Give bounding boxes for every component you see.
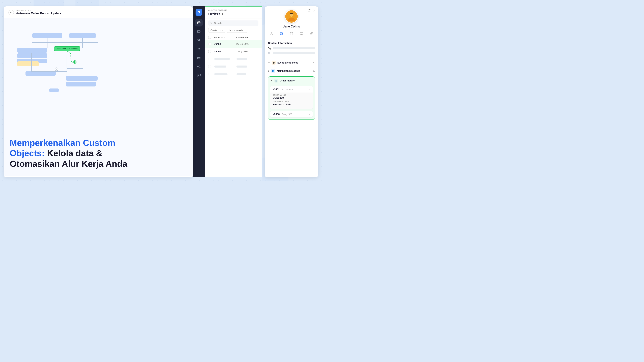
- svg-point-6: [200, 67, 200, 68]
- back-button[interactable]: ←: [8, 10, 14, 15]
- order-3452-chevron[interactable]: ∧: [308, 88, 310, 91]
- back-arrow-icon: ←: [10, 11, 12, 14]
- hero-line1: Memperkenalkan Custom: [10, 138, 127, 148]
- phone-icon: 📞: [268, 46, 271, 50]
- order-3000-chevron[interactable]: ∨: [308, 113, 310, 115]
- broadcast-icon: [197, 73, 201, 77]
- checkbox-header[interactable]: [208, 36, 214, 39]
- panel-header: CUSTOM OBJECTS Orders ▾: [205, 6, 262, 18]
- search-input[interactable]: [214, 22, 256, 24]
- hline-lower: [31, 71, 66, 72]
- sidebar-item-broadcast[interactable]: [195, 71, 202, 79]
- tab-database[interactable]: [278, 31, 284, 37]
- flow-builder-title: Automate Order Record Update: [16, 12, 62, 15]
- membership-title: Membership records: [277, 69, 311, 72]
- hline-lower2: [66, 68, 83, 69]
- svg-point-5: [200, 65, 200, 66]
- sidebar-item-campaigns[interactable]: [195, 54, 202, 61]
- row-checkbox-2[interactable]: [208, 50, 214, 53]
- trigger-label: New Order ID is created: [57, 48, 78, 50]
- flow-node-6: [26, 71, 56, 76]
- filter-created-on[interactable]: Created on ▾: [208, 28, 226, 33]
- search-bar[interactable]: [208, 20, 258, 26]
- search-icon: [210, 22, 213, 24]
- svg-point-13: [271, 32, 272, 34]
- order-history-icon: 🛒: [274, 79, 278, 83]
- close-icon[interactable]: [312, 9, 316, 12]
- filter-chevron: ▾: [222, 29, 223, 31]
- email-skeleton: [273, 52, 315, 54]
- flow-node-8: [66, 82, 96, 86]
- sidebar-item-integrations[interactable]: [195, 63, 202, 70]
- external-link-icon[interactable]: [308, 9, 310, 12]
- screen-icon: [300, 32, 303, 35]
- flow-builder-panel: ← FLOW BUILDER Automate Order Record Upd…: [4, 6, 193, 177]
- green-connection-dot: [74, 61, 76, 63]
- sort-icon-order-id[interactable]: ⇅: [224, 36, 225, 38]
- filter-row: Created on ▾ Last updated o...: [205, 28, 262, 35]
- orders-title: Orders ▾: [208, 12, 258, 16]
- flow-node-4: [17, 53, 47, 58]
- order-3452-header[interactable]: #3452 20 Oct 2023 ∧: [270, 86, 312, 92]
- main-container: ← FLOW BUILDER Automate Order Record Upd…: [4, 6, 318, 177]
- tab-screen[interactable]: [298, 31, 304, 37]
- shipping-status-value: Enroute to hub: [273, 103, 310, 106]
- order-3000-date: 7 Aug 2023: [282, 113, 292, 115]
- flow-header: ← FLOW BUILDER Automate Order Record Upd…: [4, 6, 193, 18]
- tab-attachments[interactable]: [308, 31, 314, 37]
- contact-name: Jane Colins: [283, 25, 300, 28]
- database-tab-icon: [280, 32, 283, 35]
- event-title: Event attendances: [278, 61, 311, 64]
- skeleton-row-2: [205, 63, 262, 70]
- orders-table: Order ID ⇅ Created on #3452 20 Oct 2023: [205, 35, 262, 177]
- membership-records-header[interactable]: ▶ 👥 Membership records 30: [268, 69, 315, 73]
- order-history-panel: ▶ 🛒 Order history #3452 20 Oct 2023 ∧ OR: [268, 76, 315, 120]
- email-row: ✉: [268, 51, 315, 54]
- row-checkbox-1[interactable]: [208, 42, 214, 45]
- contact-header-actions: [308, 9, 316, 12]
- order-3000-id: #3000: [273, 113, 280, 115]
- tab-shopping[interactable]: [288, 31, 294, 37]
- add-step-button[interactable]: +: [55, 67, 58, 71]
- order-date-3000: 7 Aug 2023: [236, 50, 258, 53]
- order-3452-id: #3452: [273, 88, 280, 91]
- attachments-icon: [310, 32, 313, 35]
- order-history-arrow: ▶: [271, 79, 272, 82]
- database-icon: [197, 21, 201, 25]
- event-attendances-header[interactable]: ▼ 🎟 Event attendances 30: [268, 61, 315, 65]
- order-value-label: ORDER VALUE: [273, 94, 310, 96]
- flow-node-9: [49, 88, 59, 92]
- trigger-node[interactable]: New Order ID is created: [54, 46, 80, 51]
- flow-node-yellow: [17, 61, 39, 66]
- sidebar-item-flows[interactable]: [195, 36, 202, 44]
- sidebar-item-contacts[interactable]: [195, 45, 202, 53]
- order-history-title: Order history: [280, 79, 312, 82]
- order-entry-3452: #3452 20 Oct 2023 ∧ ORDER VALUE SGD3000 …: [270, 86, 313, 109]
- flow-builder-label: FLOW BUILDER: [16, 10, 62, 12]
- shipping-status-label: SHIPPING STATUS: [273, 101, 310, 103]
- event-attendances-accordion: ▼ 🎟 Event attendances 30: [268, 59, 315, 67]
- order-entry-3000[interactable]: #3000 7 Aug 2023 ∨: [270, 111, 313, 117]
- svg-rect-1: [198, 30, 200, 33]
- flow-icon: [197, 38, 201, 42]
- custom-objects-panel: CUSTOM OBJECTS Orders ▾ Created on ▾ Las…: [205, 6, 262, 177]
- table-row[interactable]: #3000 7 Aug 2023: [205, 48, 262, 55]
- sidebar-item-inbox[interactable]: [195, 28, 202, 35]
- flow-node-1: [32, 33, 62, 38]
- hero-text-block: Memperkenalkan Custom Objects: Kelola da…: [10, 138, 127, 169]
- event-arrow: ▼: [268, 61, 270, 64]
- contact-tabs: [268, 31, 314, 37]
- shopping-icon: [290, 32, 293, 35]
- order-history-header[interactable]: ▶ 🛒 Order history: [268, 77, 315, 85]
- contact-info-section: Contact Information 📞 ✉: [268, 41, 315, 54]
- tab-profile[interactable]: [268, 31, 274, 37]
- order-3452-body: ORDER VALUE SGD3000 SHIPPING STATUS Enro…: [270, 92, 312, 109]
- avatar: [285, 10, 298, 23]
- order-id-3000: #3000: [214, 50, 236, 53]
- select-all-checkbox[interactable]: [208, 36, 211, 39]
- filter-last-updated[interactable]: Last updated o...: [227, 28, 247, 33]
- table-row[interactable]: #3452 20 Oct 2023: [205, 40, 262, 48]
- table-header: Order ID ⇅ Created on: [205, 35, 262, 40]
- sidebar-item-database[interactable]: [195, 19, 202, 26]
- dropdown-arrow[interactable]: ▾: [222, 12, 223, 16]
